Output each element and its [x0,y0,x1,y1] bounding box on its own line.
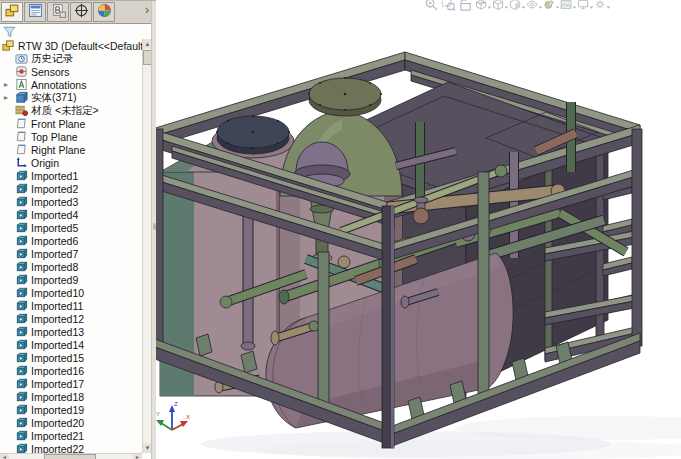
tree-item-imported13[interactable]: Imported13 [0,325,142,338]
tree-item-imported14[interactable]: Imported14 [0,338,142,351]
tree-item-label: Imported17 [31,378,84,390]
tree-item-imported10[interactable]: Imported10 [0,286,142,299]
displaymanager-tab[interactable] [93,2,115,22]
triad-x-label: X [186,414,190,420]
tree-item-label: Imported9 [31,274,78,286]
origin-icon [15,156,28,169]
tree-item-imported18[interactable]: Imported18 [0,390,142,403]
tree-item-label: Imported7 [31,248,78,260]
tree-item-imported11[interactable]: Imported11 [0,299,142,312]
tree-item-label: Imported1 [31,170,78,182]
tree-item-root-part[interactable]: RTW 3D (Default<<Default>_Displa [0,39,142,52]
zoom-to-area-icon[interactable] [441,0,458,12]
imported-icon [15,247,28,260]
hide-show-items-icon[interactable] [526,0,543,12]
tree-item-imported9[interactable]: Imported9 [0,273,142,286]
apply-scene-icon[interactable] [560,0,577,12]
tree-item-imported19[interactable]: Imported19 [0,403,142,416]
triad-y-label: Y [156,411,160,417]
propertymanager-tab[interactable] [24,2,46,22]
tree-item-origin[interactable]: Origin [0,156,142,169]
previous-view-icon[interactable] [458,0,475,12]
tree-item-imported7[interactable]: Imported7 [0,247,142,260]
configurationmanager-tab[interactable] [47,2,69,22]
expand-arrow-icon[interactable]: ▸ [2,93,15,102]
edit-appearance-icon[interactable] [543,0,560,12]
tree-item-imported16[interactable]: Imported16 [0,364,142,377]
tree-item-label: Imported6 [31,235,78,247]
tree-item-imported3[interactable]: Imported3 [0,195,142,208]
tree-item-label: Imported11 [31,300,83,312]
tree-item-label: RTW 3D (Default<<Default>_Displa [18,40,142,52]
plane-icon [15,143,28,156]
tree-item-imported1[interactable]: Imported1 [0,169,142,182]
plane-icon [15,117,28,130]
tree-item-imported6[interactable]: Imported6 [0,234,142,247]
tree-item-material[interactable]: 材质 <未指定> [0,104,142,117]
view-orientation-icon[interactable] [492,0,509,12]
tree-item-label: Imported16 [31,365,84,377]
solid-bodies-icon [15,91,28,104]
imported-icon [15,442,28,453]
material-icon [15,104,28,117]
triad-z-label: Z [174,401,178,407]
tree-item-label: Imported2 [31,183,78,195]
imported-icon [15,351,28,364]
tree-item-imported17[interactable]: Imported17 [0,377,142,390]
tree-item-history[interactable]: 历史记录 [0,52,142,65]
tree-item-imported4[interactable]: Imported4 [0,208,142,221]
horizontal-scroll-thumb[interactable] [44,454,96,459]
graphics-viewport[interactable]: X Y Z [156,0,681,459]
tree-item-imported5[interactable]: Imported5 [0,221,142,234]
imported-icon [15,377,28,390]
featuremanager-tab[interactable] [1,2,23,22]
tree-item-label: Imported3 [31,196,78,208]
configuration-icon [51,3,66,22]
tree-item-imported8[interactable]: Imported8 [0,260,142,273]
tree-item-label: Imported15 [31,352,84,364]
tree-item-imported20[interactable]: Imported20 [0,416,142,429]
tree-item-imported12[interactable]: Imported12 [0,312,142,325]
tree-horizontal-scrollbar[interactable]: ◄ ► [0,453,142,459]
dimxpert-icon [74,3,89,22]
tree-item-imported2[interactable]: Imported2 [0,182,142,195]
tree-item-front-plane[interactable]: Front Plane [0,117,142,130]
dimxpertmanager-tab[interactable] [70,2,92,22]
expand-arrow-icon[interactable]: ▸ [2,80,15,89]
tree-item-label: 材质 <未指定> [31,104,99,118]
tree-item-imported21[interactable]: Imported21 [0,429,142,442]
tree-item-sensors[interactable]: Sensors [0,65,142,78]
imported-icon [15,325,28,338]
imported-icon [15,429,28,442]
imported-icon [15,403,28,416]
tree-vertical-scrollbar[interactable]: ▲ ▼ [142,39,151,453]
section-view-icon[interactable] [475,0,492,12]
scroll-left-button[interactable]: ◄ [0,454,9,459]
heads-up-view-toolbar [424,0,611,14]
tree-item-label: Imported21 [31,430,84,442]
plane-icon [15,130,28,143]
feature-tree: RTW 3D (Default<<Default>_Displa历史记录Sens… [0,39,142,453]
sensors-icon [15,65,28,78]
options-icon[interactable] [594,0,611,12]
part-icon [2,39,15,52]
tree-item-solid-bodies[interactable]: ▸实体(371) [0,91,142,104]
tree-item-top-plane[interactable]: Top Plane [0,130,142,143]
tree-item-right-plane[interactable]: Right Plane [0,143,142,156]
tree-item-label: Imported14 [31,339,84,351]
part-icon [5,3,20,22]
tree-item-label: Imported13 [31,326,84,338]
display-style-icon[interactable] [509,0,526,12]
annotations-icon [15,78,28,91]
imported-icon [15,182,28,195]
zoom-to-fit-icon[interactable] [424,0,441,12]
tree-item-label: 历史记录 [31,52,73,66]
tree-item-annotations[interactable]: ▸Annotations [0,78,142,91]
tree-item-imported22[interactable]: Imported22 [0,442,142,453]
tree-item-imported15[interactable]: Imported15 [0,351,142,364]
tree-item-label: Annotations [31,79,86,91]
scroll-right-button[interactable]: ► [133,454,142,459]
tree-item-label: Imported10 [31,287,84,299]
view-settings-icon[interactable] [577,0,594,12]
tree-item-label: Sensors [31,66,70,78]
